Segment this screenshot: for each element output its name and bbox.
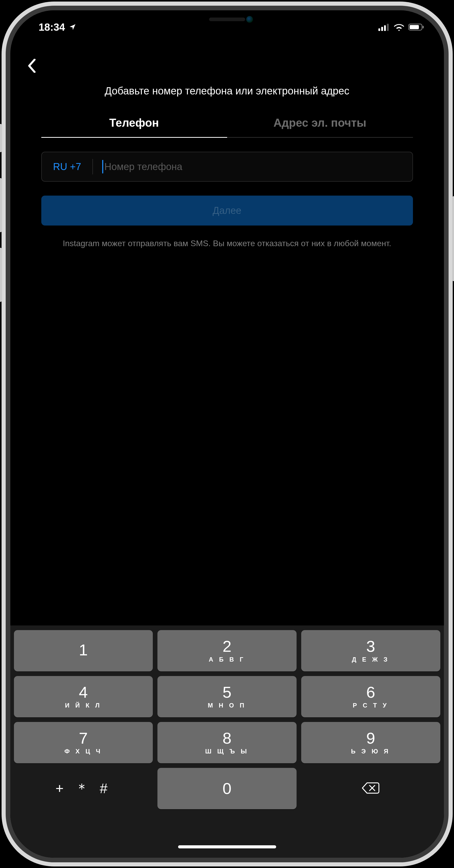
text-cursor xyxy=(102,160,103,174)
volume-up-button xyxy=(0,178,2,232)
key-0[interactable]: 0 xyxy=(157,768,297,809)
status-time: 18:34 xyxy=(39,22,65,33)
tab-email[interactable]: Адрес эл. почты xyxy=(227,116,413,138)
key-9[interactable]: 9 Ь Э Ю Я xyxy=(301,722,440,763)
sms-disclaimer: Instagram может отправлять вам SMS. Вы м… xyxy=(52,237,403,249)
next-button-label: Далее xyxy=(213,205,241,216)
svg-rect-3 xyxy=(387,24,389,31)
key-7[interactable]: 7 Ф Х Ц Ч xyxy=(14,722,153,763)
home-indicator[interactable] xyxy=(178,845,276,848)
key-4[interactable]: 4 И Й К Л xyxy=(14,676,153,717)
svg-rect-6 xyxy=(423,26,424,28)
phone-placeholder: Номер телефона xyxy=(104,161,182,173)
key-8[interactable]: 8 Ш Щ Ъ Ы xyxy=(157,722,297,763)
key-6[interactable]: 6 Р С Т У xyxy=(301,676,440,717)
battery-icon xyxy=(408,23,424,31)
svg-rect-2 xyxy=(384,25,386,31)
tab-phone[interactable]: Телефон xyxy=(41,116,227,138)
phone-frame: 18:34 Добавьте но xyxy=(10,10,444,858)
key-symbols[interactable]: + ＊ # xyxy=(14,768,153,809)
svg-rect-5 xyxy=(410,25,419,29)
phone-field[interactable]: RU +7 Номер телефона xyxy=(41,152,413,182)
country-code-selector[interactable]: RU +7 xyxy=(42,159,93,175)
page-title: Добавьте номер телефона или электронный … xyxy=(10,85,444,97)
mute-switch xyxy=(0,124,2,152)
svg-rect-0 xyxy=(379,28,380,31)
next-button[interactable]: Далее xyxy=(41,195,413,225)
key-3[interactable]: 3 Д Е Ж З xyxy=(301,630,440,671)
cellular-signal-icon xyxy=(379,23,390,31)
svg-rect-1 xyxy=(381,27,383,31)
location-icon xyxy=(69,23,77,31)
key-backspace[interactable] xyxy=(301,768,440,809)
tab-phone-label: Телефон xyxy=(109,116,159,129)
screen: 18:34 Добавьте но xyxy=(10,10,444,858)
backspace-icon xyxy=(361,781,380,796)
key-1[interactable]: 1 xyxy=(14,630,153,671)
wifi-icon xyxy=(394,23,404,31)
numeric-keyboard: 1 2 А Б В Г 3 Д Е Ж З 4 И Й К Л 5 xyxy=(10,625,444,858)
volume-down-button xyxy=(0,248,2,302)
back-button[interactable] xyxy=(23,57,41,75)
country-code-label: RU +7 xyxy=(53,161,81,173)
key-5[interactable]: 5 М Н О П xyxy=(157,676,297,717)
notch xyxy=(170,10,284,29)
power-button xyxy=(452,196,454,281)
phone-input[interactable]: Номер телефона xyxy=(93,159,412,175)
key-2[interactable]: 2 А Б В Г xyxy=(157,630,297,671)
tab-email-label: Адрес эл. почты xyxy=(274,116,366,129)
